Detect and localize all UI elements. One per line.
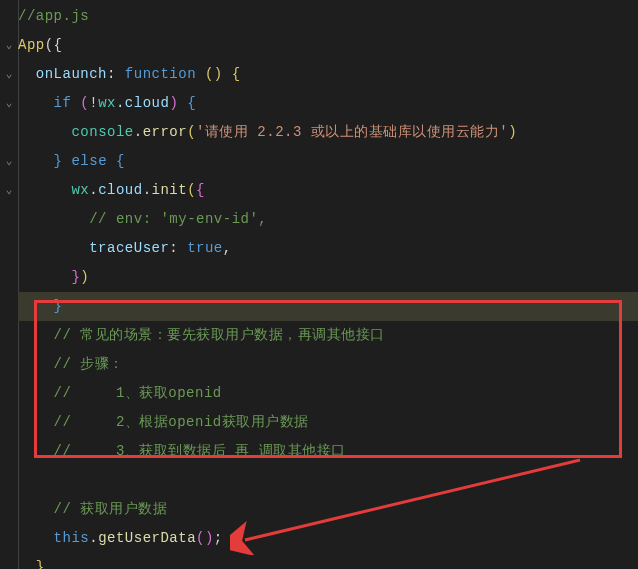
code-line: // env: 'my-env-id', (18, 205, 638, 234)
code-line: onLaunch: function () { (18, 60, 638, 89)
code-line (18, 466, 638, 495)
code-line: } (18, 292, 638, 321)
code-line: // 获取用户数据 (18, 495, 638, 524)
code-line: traceUser: true, (18, 234, 638, 263)
fold-marker (0, 118, 18, 147)
code-line: } else { (18, 147, 638, 176)
fold-marker[interactable]: ⌄ (0, 176, 18, 205)
code-line: //app.js (18, 2, 638, 31)
gutter: ⌄ ⌄ ⌄ ⌄ ⌄ (0, 0, 18, 569)
code-line: // 2、根据openid获取用户数据 (18, 408, 638, 437)
fold-marker (0, 2, 18, 31)
fold-marker[interactable]: ⌄ (0, 31, 18, 60)
code-line: App({ (18, 31, 638, 60)
code-line: console.error('请使用 2.2.3 或以上的基础库以使用云能力') (18, 118, 638, 147)
fold-marker[interactable]: ⌄ (0, 89, 18, 118)
code-line: }) (18, 263, 638, 292)
code-editor[interactable]: ⌄ ⌄ ⌄ ⌄ ⌄ //app.js App({ onLaunch: funct… (0, 0, 638, 569)
fold-marker[interactable]: ⌄ (0, 147, 18, 176)
code-line: // 3、获取到数据后 再 调取其他接口 (18, 437, 638, 466)
code-line: this.getUserData(); (18, 524, 638, 553)
code-area[interactable]: //app.js App({ onLaunch: function () { i… (18, 0, 638, 569)
code-line: // 步骤： (18, 350, 638, 379)
code-line: // 常见的场景：要先获取用户数据，再调其他接口 (18, 321, 638, 350)
code-line: }, (18, 553, 638, 569)
fold-marker[interactable]: ⌄ (0, 60, 18, 89)
code-line: wx.cloud.init({ (18, 176, 638, 205)
code-line: // 1、获取openid (18, 379, 638, 408)
code-line: if (!wx.cloud) { (18, 89, 638, 118)
